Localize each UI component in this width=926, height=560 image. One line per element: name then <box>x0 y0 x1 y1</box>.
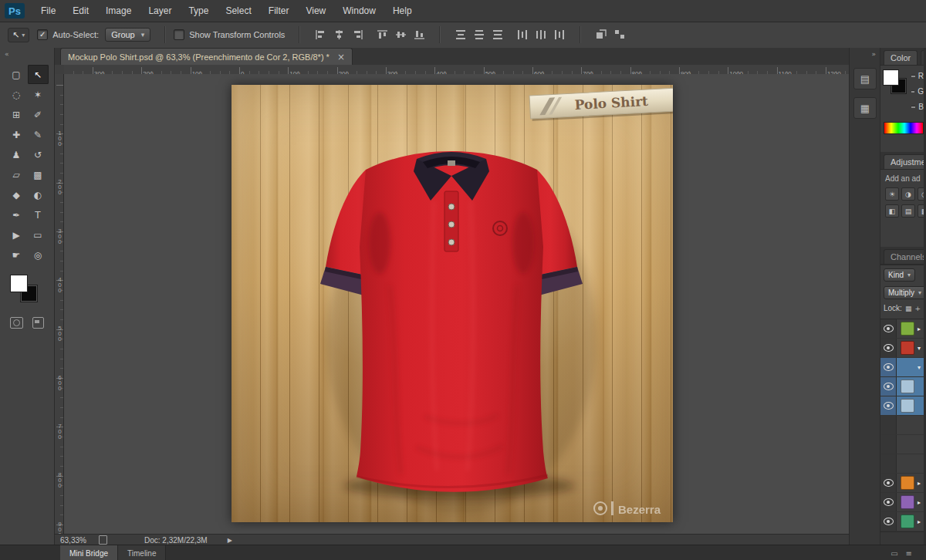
panel-menu-icon[interactable]: ≡ <box>906 549 912 558</box>
panel-minimize-icon[interactable]: ▭ <box>891 549 897 558</box>
align-bottom-edges-button[interactable] <box>411 27 428 42</box>
menu-item[interactable]: Edit <box>64 2 97 20</box>
auto-align-layers-button[interactable] <box>593 27 610 42</box>
panel-foreground-swatch[interactable] <box>884 70 898 85</box>
rgb-slider[interactable] <box>911 90 914 93</box>
align-right-edges-button[interactable] <box>349 27 366 42</box>
menu-item[interactable]: Filter <box>260 2 298 20</box>
vertical-ruler[interactable]: 100200300400500600700800900 <box>54 74 64 534</box>
layer-row[interactable]: ▾ <box>880 358 926 377</box>
lasso-tool[interactable]: ◌ <box>6 85 27 104</box>
distribute-right-edges-button[interactable] <box>551 27 568 42</box>
tool-preset-picker[interactable]: ↖ ▾ <box>8 28 29 42</box>
brush-tool[interactable]: ✎ <box>28 125 49 144</box>
clone-stamp-tool[interactable]: ♟ <box>6 145 27 164</box>
menu-item[interactable]: Select <box>217 2 259 20</box>
lock-transparency-icon[interactable]: ▦ <box>905 305 912 312</box>
visibility-cell[interactable] <box>880 416 897 434</box>
distribute-bottom-edges-button[interactable] <box>489 27 506 42</box>
visibility-eye-icon[interactable] <box>884 479 894 487</box>
layer-row[interactable]: ▾ <box>880 339 926 358</box>
menu-item[interactable]: Image <box>97 2 140 20</box>
visibility-cell[interactable] <box>880 435 897 454</box>
visibility-eye-icon[interactable] <box>884 363 894 371</box>
visibility-eye-icon[interactable] <box>884 325 894 332</box>
expand-panels-icon[interactable]: » <box>867 48 880 60</box>
auto-select-checkbox[interactable] <box>37 29 48 40</box>
visibility-eye-icon[interactable] <box>884 383 894 390</box>
quick-mask-icon[interactable] <box>10 317 23 329</box>
visibility-eye-icon[interactable] <box>884 518 894 525</box>
distribute-top-edges-button[interactable] <box>452 27 469 42</box>
blend-mode-dropdown[interactable]: Multiply ▾ <box>884 286 926 299</box>
rectangle-tool[interactable]: ▭ <box>28 225 49 245</box>
align-left-edges-button[interactable] <box>312 27 329 42</box>
layer-row[interactable]: ▸ <box>880 512 926 531</box>
path-selection-tool[interactable]: ▶ <box>6 225 27 245</box>
show-transform-checkbox[interactable] <box>174 29 184 40</box>
tab-channels[interactable]: Channels <box>884 249 926 264</box>
menu-item[interactable]: View <box>297 2 334 20</box>
document-tab[interactable]: Mockup Polo Shirt.psd @ 63,3% (Preenchim… <box>60 48 353 65</box>
visibility-cell[interactable] <box>880 358 897 376</box>
visibility-cell[interactable] <box>880 512 897 531</box>
bottom-panel-tab[interactable]: Mini Bridge <box>60 545 118 560</box>
status-expand-icon[interactable]: ▶ <box>228 537 232 544</box>
history-brush-tool[interactable]: ↺ <box>28 145 49 164</box>
properties-panel-icon[interactable]: ▦ <box>853 97 877 119</box>
history-panel-icon[interactable]: ▤ <box>853 68 877 89</box>
visibility-eye-icon[interactable] <box>884 498 894 506</box>
align-vertical-centers-button[interactable] <box>392 27 409 42</box>
hand-tool[interactable]: ☛ <box>6 245 27 265</box>
tab-adjustments[interactable]: Adjustmen <box>884 154 926 169</box>
visibility-cell[interactable] <box>880 493 897 511</box>
rgb-slider[interactable] <box>911 75 915 77</box>
layer-row[interactable]: ▸ <box>880 493 926 512</box>
color-ramp[interactable] <box>884 122 924 134</box>
crop-tool[interactable]: ⊞ <box>6 105 27 124</box>
screen-mode-icon[interactable] <box>32 317 44 329</box>
visibility-cell[interactable] <box>880 377 897 396</box>
gradient-tool[interactable]: ▩ <box>28 165 49 184</box>
levels-icon[interactable]: ◑ <box>901 187 915 201</box>
align-horizontal-centers-button[interactable] <box>330 27 347 42</box>
visibility-eye-icon[interactable] <box>884 402 894 410</box>
distribute-left-edges-button[interactable] <box>514 27 531 42</box>
layer-row[interactable] <box>880 396 926 416</box>
menu-item[interactable]: Layer <box>140 2 180 20</box>
quick-selection-tool[interactable]: ✶ <box>28 85 49 104</box>
type-tool[interactable]: T <box>28 205 49 224</box>
pen-tool[interactable]: ✒ <box>6 205 27 224</box>
menu-item[interactable]: Window <box>334 2 384 20</box>
foreground-color-swatch[interactable] <box>11 275 27 292</box>
vibrance-icon[interactable]: ▤ <box>901 204 915 218</box>
eraser-tool[interactable]: ▱ <box>6 165 27 184</box>
tab-color[interactable]: Color <box>884 50 918 65</box>
auto-select-mode-dropdown[interactable]: Group ▾ <box>105 28 150 42</box>
zoom-tool[interactable]: ◎ <box>28 245 49 265</box>
close-tab-icon[interactable]: × <box>337 52 345 62</box>
blur-tool[interactable]: ◆ <box>6 185 27 204</box>
menu-item[interactable]: Type <box>180 2 217 20</box>
dodge-tool[interactable]: ◐ <box>28 185 49 204</box>
visibility-cell[interactable] <box>880 319 897 338</box>
menu-item[interactable]: Help <box>384 2 421 20</box>
bottom-panel-tab[interactable]: Timeline <box>118 545 166 560</box>
toolbar-collapse-icon[interactable]: « <box>0 48 54 60</box>
move-tool[interactable]: ↖ <box>28 65 49 84</box>
layer-row[interactable] <box>880 454 926 474</box>
visibility-cell[interactable] <box>880 454 897 473</box>
visibility-eye-icon[interactable] <box>884 344 894 352</box>
zoom-level-field[interactable]: 63,33% <box>60 536 96 545</box>
distribute-vertical-centers-button[interactable] <box>471 27 488 42</box>
layer-row[interactable] <box>880 416 926 435</box>
layer-row[interactable]: ▸ <box>880 319 926 339</box>
canvas-pasteboard[interactable]: Polo Shirt Bezerra <box>64 74 849 534</box>
healing-brush-tool[interactable]: ✚ <box>6 125 27 144</box>
exposure-icon[interactable]: ◧ <box>885 204 899 218</box>
align-top-edges-button[interactable] <box>373 27 390 42</box>
menu-item[interactable]: File <box>32 2 64 20</box>
document-canvas[interactable]: Polo Shirt Bezerra <box>231 85 673 522</box>
visibility-cell[interactable] <box>880 474 897 492</box>
eyedropper-tool[interactable]: ✐ <box>28 105 49 124</box>
